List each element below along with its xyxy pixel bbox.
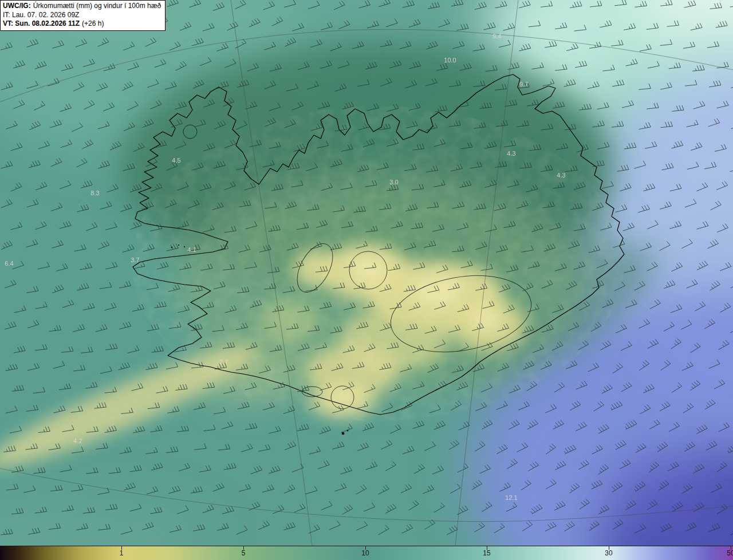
colorbar-label: 5 [242,549,246,557]
colorbar-label: 1 [120,549,124,557]
precip-value-label: 8.3 [90,190,99,196]
precip-value-label: 10.0 [444,57,456,64]
precip-value-label: 4.2 [73,437,82,444]
precip-value-label: 4.3 [557,172,565,179]
weather-map-canvas: 4.58.36.44.13.72.74.23.04.34.39.410.09.7… [0,0,733,546]
precip-value-label: 9.7 [519,81,528,88]
precip-value-label: 4.1 [187,246,196,253]
valid-time-line: VT: Sun. 08.02.2026 11Z(+26 h) [3,19,161,29]
valid-time-text: VT: Sun. 08.02.2026 11Z [3,19,80,27]
colorbar-label: 15 [483,549,490,557]
colorbar-label: 30 [605,549,612,557]
precip-value-label: 3.0 [389,179,398,186]
precip-value-label: 9.4 [492,33,501,40]
map-title-box: UWC/IG:Úrkomumætti (mm) og vindur í 100m… [0,0,165,31]
colorbar-label: 10 [361,549,369,557]
valid-offset-text: (+26 h) [82,19,104,27]
precip-value-label: 4.3 [507,150,515,157]
precip-value-label: 2.7 [219,358,228,365]
map-title-text: Úrkomumætti (mm) og vindur í 100m hæð [33,2,161,10]
map-title-line: UWC/IG:Úrkomumætti (mm) og vindur í 100m… [3,2,161,11]
precip-value-label: 3.7 [131,257,139,263]
colorbar: 1510153050 [0,546,733,560]
init-time-line: IT: Lau. 07. 02. 2026 09Z [3,11,161,20]
colorbar-label: 50 [727,549,733,557]
precip-value-label: 12.1 [505,494,517,501]
weather-map-view: 4.58.36.44.13.72.74.23.04.34.39.410.09.7… [0,0,733,560]
model-label: UWC/IG: [3,2,31,10]
precip-value-label: 4.5 [172,157,180,164]
precip-value-label: 6.4 [5,260,13,267]
texture-overlay [132,106,624,421]
